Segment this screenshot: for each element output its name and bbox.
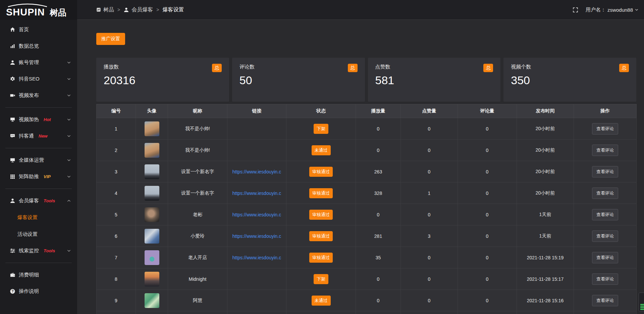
sidebar-subitem-baoke-settings[interactable]: 爆客设置 [0, 209, 77, 226]
status-badge[interactable]: 审核通过 [309, 167, 333, 177]
sidebar-item-operation-help[interactable]: ?操作说明 [0, 283, 77, 300]
cell-avatar [136, 268, 168, 290]
cell-likes: 0 [401, 268, 458, 290]
stat-card-value: 50 [239, 74, 358, 87]
status-badge[interactable]: 审核通过 [309, 253, 333, 263]
cell-time [517, 311, 574, 314]
fullscreen-icon[interactable] [573, 7, 578, 13]
cell-avatar [136, 161, 168, 182]
video-icon [9, 93, 15, 99]
dashboard-icon [96, 7, 101, 12]
sidebar-menu: 首页数据总览账号管理抖音SEO视频发布视频加热Hot抖客通New全媒体运营矩阵助… [0, 20, 77, 300]
view-comments-button[interactable]: 查看评论 [592, 145, 618, 156]
sidebar-item-label: 线索监控 [19, 248, 39, 254]
stat-card-1: 评论数总50 [232, 58, 365, 102]
cell-plays [356, 311, 401, 314]
cell-likes: 0 [401, 290, 458, 311]
sliders-icon [9, 248, 15, 254]
video-link[interactable]: https://www.iesdouyin.c [227, 233, 286, 239]
sidebar-item-consume-detail[interactable]: 消费明细 [0, 267, 77, 283]
table-header-row: 编号头像昵称链接状态播放量点赞量评论量发布时间操作 [97, 104, 637, 118]
view-comments-button[interactable]: 查看评论 [592, 252, 618, 263]
cell-comments: 0 [458, 118, 517, 140]
view-comments-button[interactable]: 查看评论 [592, 230, 618, 242]
stat-card-top: 视频个数总 [511, 64, 629, 72]
user-icon [9, 60, 15, 66]
sidebar-divider [5, 189, 72, 189]
status-badge[interactable]: 未通过 [312, 145, 331, 155]
status-badge[interactable]: 审核通过 [309, 231, 333, 241]
sidebar-item-label: 消费明细 [19, 272, 39, 278]
grid-icon [9, 174, 15, 180]
sidebar-item-all-media[interactable]: 全媒体运营 [0, 152, 77, 168]
breadcrumb: 树品>会员爆客>爆客设置 [96, 6, 184, 13]
cell-comments: 0 [458, 140, 517, 161]
view-comments-button[interactable]: 查看评论 [592, 166, 618, 177]
column-header: 评论量 [458, 104, 517, 118]
cell-action [574, 311, 637, 314]
status-badge[interactable]: 下架 [314, 124, 328, 134]
browser-extension-widget[interactable] [639, 293, 644, 312]
video-link[interactable]: https://www.iesdouyin.c [227, 169, 286, 174]
video-link[interactable]: https://www.iesdouyin.c [227, 191, 286, 196]
stat-card-label: 点赞数 [375, 64, 390, 70]
breadcrumb-item-2[interactable]: 爆客设置 [162, 6, 184, 13]
status-badge[interactable]: 审核通过 [309, 188, 333, 198]
cell-time: 20小时前 [517, 182, 574, 204]
cell-link [227, 268, 286, 290]
cell-link: https://www.iesdouyin.c [227, 161, 286, 182]
cell-likes: 0 [401, 118, 458, 140]
cell-plays: 281 [356, 225, 401, 247]
cell-likes: 0 [401, 161, 458, 182]
sidebar-subitem-activity-settings[interactable]: 活动设置 [0, 226, 77, 243]
view-comments-button[interactable]: 查看评论 [592, 273, 618, 285]
view-comments-button[interactable]: 查看评论 [592, 295, 618, 306]
table-row: 8Midnight下架0002021-11-28 15:17查看评论 [97, 268, 637, 290]
sidebar-item-member-baoke[interactable]: 会员爆客Tools [0, 193, 77, 209]
sidebar-item-video-heat[interactable]: 视频加热Hot [0, 111, 77, 128]
cell-status: 审核通过 [286, 182, 356, 204]
cell-comments: 0 [458, 204, 517, 225]
cell-nickname: 设置一个新名字 [168, 161, 227, 182]
column-header: 发布时间 [517, 104, 574, 118]
promo-settings-button[interactable]: 推广设置 [96, 33, 125, 45]
sidebar-item-clue-monitor[interactable]: 线索监控Tools [0, 243, 77, 259]
view-comments-button[interactable]: 查看评论 [592, 209, 618, 220]
video-link[interactable]: https://www.iesdouyin.c [227, 212, 286, 217]
video-link[interactable]: https://www.iesdouyin.c [227, 255, 286, 260]
cell-time: 20小时前 [517, 140, 574, 161]
sidebar-item-matrix-boost[interactable]: 矩阵助推VIP [0, 168, 77, 185]
stat-cards: 播放数总20316评论数总50点赞数总581视频个数总350 [96, 58, 636, 102]
sidebar-item-account-manage[interactable]: 账号管理 [0, 54, 77, 71]
chevron-down-icon [67, 117, 71, 122]
cell-status: 审核通过 [286, 247, 356, 268]
status-badge[interactable]: 未通过 [312, 296, 331, 306]
topbar: 树品>会员爆客>爆客设置 用户名：zswodun88 [77, 0, 644, 20]
breadcrumb-item-0[interactable]: 树品 [96, 6, 114, 13]
stat-card-value: 581 [375, 74, 493, 87]
sidebar-item-video-publish[interactable]: 视频发布 [0, 87, 77, 104]
sidebar-item-douyin-seo[interactable]: 抖音SEO [0, 71, 77, 87]
sidebar-item-data-overview[interactable]: 数据总览 [0, 38, 77, 54]
user-menu[interactable]: 用户名：zswodun88 [586, 7, 639, 13]
breadcrumb-item-1[interactable]: 会员爆客 [123, 6, 153, 13]
video-table-wrap: 编号头像昵称链接状态播放量点赞量评论量发布时间操作 1我不是小帅!下架00020… [96, 104, 636, 314]
table-row: 6小爱玲https://www.iesdouyin.c审核通过281301天前查… [97, 225, 637, 247]
view-comments-button[interactable]: 查看评论 [592, 188, 618, 199]
sidebar-item-doukettong[interactable]: 抖客通New [0, 128, 77, 144]
chevron-down-icon [67, 60, 71, 65]
cell-comments: 0 [458, 225, 517, 247]
status-badge[interactable]: 审核通过 [309, 210, 333, 220]
sidebar-item-home[interactable]: 首页 [0, 21, 77, 38]
logo-text-cn: 树品 [49, 8, 66, 17]
view-comments-button[interactable]: 查看评论 [592, 123, 618, 135]
cell-nickname: 我不是小帅! [168, 118, 227, 140]
svg-text:?: ? [11, 290, 13, 293]
member-icon [9, 198, 15, 204]
chevron-down-icon [67, 134, 71, 138]
cell-id: 8 [97, 268, 136, 290]
cell-likes: 3 [401, 225, 458, 247]
status-badge[interactable]: 下架 [314, 274, 328, 284]
cell-avatar [136, 311, 168, 314]
cell-link [227, 118, 286, 140]
